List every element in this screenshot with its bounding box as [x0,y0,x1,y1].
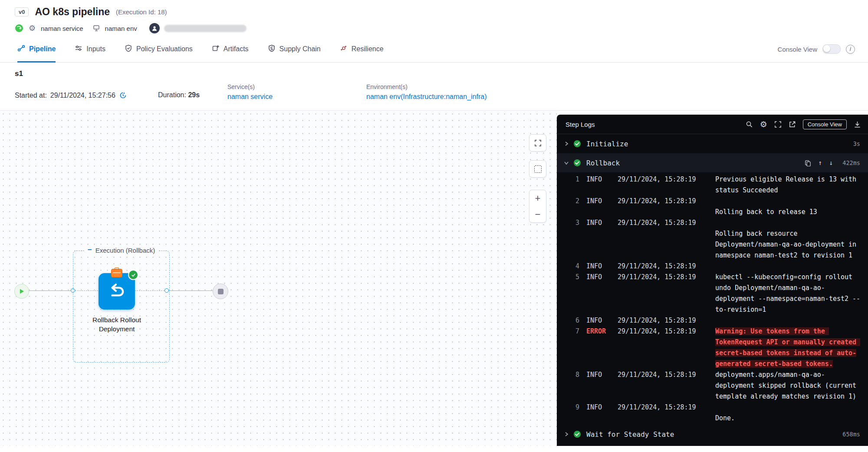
step-node-rollback[interactable] [99,273,135,310]
tab-inputs[interactable]: Inputs [75,36,105,62]
log-line-error: 7ERROR29/11/2024, 15:28:19Warning: Use t… [557,326,868,370]
stage-name[interactable]: s1 [15,69,868,78]
log-section-rollback[interactable]: Rollback ↑ ↓ 422ms [557,153,868,172]
zoom-out-button[interactable]: − [529,206,546,222]
zoom-in-button[interactable]: + [529,190,546,206]
tab-artifacts-label: Artifacts [224,45,249,53]
log-section-initialize[interactable]: Initialize 3s [557,134,868,153]
console-view-toggle-label: Console View [778,46,817,53]
service-link[interactable]: naman service [227,93,273,100]
log-line: 6INFO29/11/2024, 15:28:19 [557,315,868,326]
gear-icon[interactable]: ⚙ [28,24,36,33]
section-name-initialize: Initialize [586,140,628,148]
search-icon[interactable] [746,121,753,128]
pipeline-icon [17,44,25,54]
log-line: 2INFO29/11/2024, 15:28:19 Rolling back t… [557,196,868,218]
environment-icon [92,24,101,33]
tab-pipeline[interactable]: Pipeline [17,36,56,62]
collapse-group-icon[interactable]: − [88,246,92,254]
tab-resilience-label: Resilience [352,45,384,53]
check-circle-icon [573,140,581,148]
section-duration-wait: 658ms [842,431,860,438]
tab-artifacts[interactable]: Artifacts [212,36,249,62]
started-at-label: Started at: [15,92,47,99]
section-duration-rollback: 422ms [842,159,860,166]
redacted-user-email [164,25,247,32]
log-line: 9INFO29/11/2024, 15:28:19 Done. [557,402,868,424]
chevron-right-icon [564,141,569,146]
console-view-toggle[interactable] [822,44,841,54]
edge-group-to-end [169,290,213,291]
step-logs-title: Step Logs [566,121,595,128]
artifacts-icon [212,44,220,54]
canvas-selection-button[interactable] [529,160,546,178]
check-circle-icon [573,430,581,438]
execution-id: (Execution Id: 18) [116,8,167,16]
log-line: 4INFO29/11/2024, 15:28:19 [557,261,868,272]
started-at-value: 29/11/2024, 15:27:56 [50,92,115,99]
services-label: Service(s) [227,83,366,90]
copy-logs-icon[interactable] [805,160,811,166]
step-success-check-icon [128,270,138,280]
console-view-button[interactable]: Console View [803,119,847,129]
zoom-controls: + − [529,190,546,223]
step-logs-body: Initialize 3s Rollback ↑ [557,134,868,444]
scroll-down-icon[interactable]: ↓ [829,159,833,167]
execution-group-title: Execution (Rollback) [95,247,155,254]
tab-inputs-label: Inputs [86,45,105,53]
environments-label: Environment(s) [366,83,487,90]
pipeline-canvas[interactable]: − Execution (Rollback) Rollback Rollout … [0,111,557,446]
stop-icon [218,289,224,294]
chevron-down-icon [564,160,569,165]
tab-policy-evaluations[interactable]: Policy Evaluations [125,36,193,62]
scroll-up-icon[interactable]: ↑ [818,159,822,167]
section-name-wait: Wait for Steady State [586,430,674,439]
tab-pipeline-label: Pipeline [29,45,56,53]
environment-link-name: naman env [366,93,401,100]
pipeline-start-node[interactable] [14,284,29,299]
user-avatar [149,23,160,33]
deployment-briefcase-icon [111,269,122,277]
log-fullscreen-icon[interactable] [774,121,782,128]
tab-resilience[interactable]: Resilience [340,36,384,62]
tab-supply-chain-label: Supply Chain [279,45,321,53]
supply-chain-shield-icon [268,44,276,54]
canvas-controls: + − [529,134,546,223]
environment-infrastructure: (Infrastructure:naman_infra) [401,93,487,100]
execution-header: v0 AO k8s pipeline (Execution Id: 18) ⚙ … [0,0,868,36]
execution-group[interactable]: − Execution (Rollback) Rollback Rollout … [73,251,170,363]
resilience-chaos-icon [340,44,348,54]
policy-shield-icon [125,44,132,54]
environment-link[interactable]: naman env(Infrastructure:naman_infra) [366,93,487,100]
stage-info-bar: s1 Started at: 29/11/2024, 15:27:56 Dura… [0,63,868,111]
duration-value: 29s [188,91,200,99]
duration-label: Duration: [158,91,188,99]
tab-supply-chain[interactable]: Supply Chain [268,36,321,62]
log-lines: 1INFO29/11/2024, 15:28:19Previous eligib… [557,172,868,425]
chevron-right-icon [564,432,569,437]
toggle-knob [823,45,830,52]
tab-policy-evaluations-label: Policy Evaluations [136,45,193,53]
open-in-new-tab-icon[interactable] [789,121,796,128]
version-badge[interactable]: v0 [15,7,29,16]
header-service-name[interactable]: naman service [41,25,83,32]
play-icon [19,288,25,294]
history-icon[interactable] [119,91,127,99]
log-settings-gear-icon[interactable]: ⚙ [760,120,767,129]
tab-bar: Pipeline Inputs Policy Evaluations Artif… [0,36,868,63]
info-icon[interactable]: i [846,45,855,54]
pipeline-title: AO k8s pipeline [35,6,110,18]
log-line: 8INFO29/11/2024, 15:28:19deployment.apps… [557,370,868,402]
step-logs-header: Step Logs ⚙ Console View [557,115,868,134]
download-logs-icon[interactable] [854,121,861,128]
step-label: Rollback Rollout Deployment [78,315,156,333]
header-environment-name[interactable]: naman env [105,25,137,32]
app-root: v0 AO k8s pipeline (Execution Id: 18) ⚙ … [0,0,868,452]
log-line: 5INFO29/11/2024, 15:28:19kubectl --kubec… [557,272,868,315]
pipeline-end-node[interactable] [213,284,228,299]
execution-group-label: − Execution (Rollback) [84,246,159,254]
canvas-fullscreen-button[interactable] [529,134,546,152]
log-section-wait-for-steady-state[interactable]: Wait for Steady State 658ms [557,425,868,444]
section-name-rollback: Rollback [586,159,620,167]
inputs-icon [75,44,82,54]
